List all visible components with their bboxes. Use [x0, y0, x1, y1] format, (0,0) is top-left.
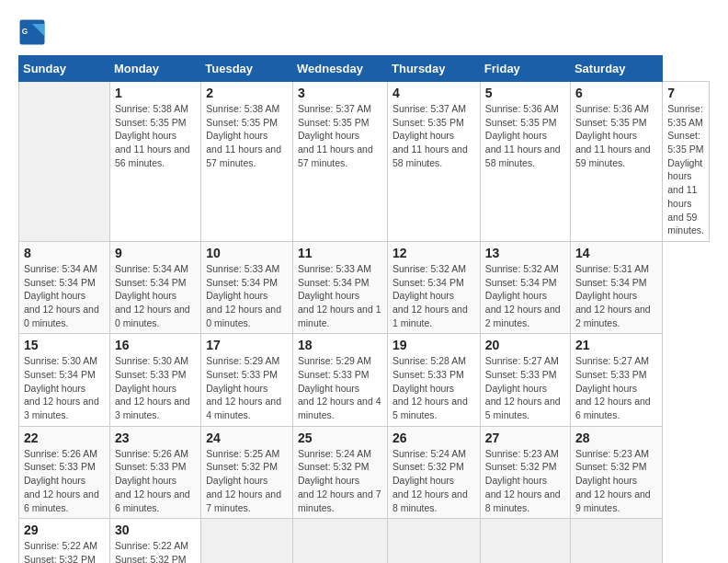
header-cell-monday: Monday — [109, 56, 200, 82]
calendar-cell-20: 20Sunrise: 5:27 AMSunset: 5:33 PMDayligh… — [480, 334, 570, 426]
calendar-cell-14: 14Sunrise: 5:31 AMSunset: 5:34 PMDayligh… — [570, 241, 662, 333]
calendar-cell-9: 9Sunrise: 5:34 AMSunset: 5:34 PMDaylight… — [109, 241, 200, 333]
calendar-week-2: 8Sunrise: 5:34 AMSunset: 5:34 PMDaylight… — [19, 241, 710, 333]
logo-icon: G — [18, 18, 46, 46]
calendar-cell-6: 6Sunrise: 5:36 AMSunset: 5:35 PMDaylight… — [570, 82, 662, 242]
calendar-header: SundayMondayTuesdayWednesdayThursdayFrid… — [19, 56, 710, 82]
calendar-cell-21: 21Sunrise: 5:27 AMSunset: 5:33 PMDayligh… — [570, 334, 662, 426]
calendar-week-4: 22Sunrise: 5:26 AMSunset: 5:33 PMDayligh… — [19, 426, 710, 518]
calendar-cell-29: 29Sunrise: 5:22 AMSunset: 5:32 PMDayligh… — [19, 519, 110, 563]
calendar-cell-13: 13Sunrise: 5:32 AMSunset: 5:34 PMDayligh… — [480, 241, 570, 333]
calendar-cell-30: 30Sunrise: 5:22 AMSunset: 5:32 PMDayligh… — [109, 519, 200, 563]
calendar-cell-28: 28Sunrise: 5:23 AMSunset: 5:32 PMDayligh… — [570, 426, 662, 518]
calendar-cell-empty — [201, 519, 293, 563]
calendar-cell-8: 8Sunrise: 5:34 AMSunset: 5:34 PMDaylight… — [19, 241, 110, 333]
header-cell-sunday: Sunday — [19, 56, 110, 82]
calendar-cell-3: 3Sunrise: 5:37 AMSunset: 5:35 PMDaylight… — [292, 82, 387, 242]
calendar-cell-empty — [480, 519, 570, 563]
calendar-cell-5: 5Sunrise: 5:36 AMSunset: 5:35 PMDaylight… — [480, 82, 570, 242]
calendar-cell-11: 11Sunrise: 5:33 AMSunset: 5:34 PMDayligh… — [292, 241, 387, 333]
calendar-cell-19: 19Sunrise: 5:28 AMSunset: 5:33 PMDayligh… — [388, 334, 481, 426]
header-cell-friday: Friday — [480, 56, 570, 82]
calendar-cell-24: 24Sunrise: 5:25 AMSunset: 5:32 PMDayligh… — [201, 426, 293, 518]
calendar-cell-empty — [570, 519, 662, 563]
page-header: G — [18, 18, 710, 46]
calendar-cell-4: 4Sunrise: 5:37 AMSunset: 5:35 PMDaylight… — [388, 82, 481, 242]
calendar-week-3: 15Sunrise: 5:30 AMSunset: 5:34 PMDayligh… — [19, 334, 710, 426]
calendar-cell-18: 18Sunrise: 5:29 AMSunset: 5:33 PMDayligh… — [292, 334, 387, 426]
logo: G — [18, 18, 50, 46]
header-row: SundayMondayTuesdayWednesdayThursdayFrid… — [19, 56, 710, 82]
header-cell-saturday: Saturday — [570, 56, 662, 82]
calendar-cell-16: 16Sunrise: 5:30 AMSunset: 5:33 PMDayligh… — [109, 334, 200, 426]
calendar-cell-empty — [388, 519, 481, 563]
calendar-cell-7: 7Sunrise: 5:35 AMSunset: 5:35 PMDaylight… — [663, 82, 710, 242]
calendar-cell-12: 12Sunrise: 5:32 AMSunset: 5:34 PMDayligh… — [388, 241, 481, 333]
calendar-cell-1: 1Sunrise: 5:38 AMSunset: 5:35 PMDaylight… — [109, 82, 200, 242]
calendar-cell-10: 10Sunrise: 5:33 AMSunset: 5:34 PMDayligh… — [201, 241, 293, 333]
calendar-week-1: 1Sunrise: 5:38 AMSunset: 5:35 PMDaylight… — [19, 82, 710, 242]
svg-text:G: G — [22, 28, 28, 36]
header-cell-tuesday: Tuesday — [201, 56, 293, 82]
header-cell-thursday: Thursday — [388, 56, 481, 82]
calendar-cell-22: 22Sunrise: 5:26 AMSunset: 5:33 PMDayligh… — [19, 426, 110, 518]
calendar-cell-23: 23Sunrise: 5:26 AMSunset: 5:33 PMDayligh… — [109, 426, 200, 518]
calendar-week-5: 29Sunrise: 5:22 AMSunset: 5:32 PMDayligh… — [19, 519, 710, 563]
calendar-cell-2: 2Sunrise: 5:38 AMSunset: 5:35 PMDaylight… — [201, 82, 293, 242]
calendar-cell-empty — [292, 519, 387, 563]
header-cell-wednesday: Wednesday — [292, 56, 387, 82]
calendar-table: SundayMondayTuesdayWednesdayThursdayFrid… — [18, 55, 710, 563]
calendar-cell-27: 27Sunrise: 5:23 AMSunset: 5:32 PMDayligh… — [480, 426, 570, 518]
calendar-cell-17: 17Sunrise: 5:29 AMSunset: 5:33 PMDayligh… — [201, 334, 293, 426]
calendar-cell-26: 26Sunrise: 5:24 AMSunset: 5:32 PMDayligh… — [388, 426, 481, 518]
calendar-cell-15: 15Sunrise: 5:30 AMSunset: 5:34 PMDayligh… — [19, 334, 110, 426]
calendar-body: 1Sunrise: 5:38 AMSunset: 5:35 PMDaylight… — [19, 82, 710, 564]
calendar-cell-empty — [19, 82, 110, 242]
calendar-cell-25: 25Sunrise: 5:24 AMSunset: 5:32 PMDayligh… — [292, 426, 387, 518]
